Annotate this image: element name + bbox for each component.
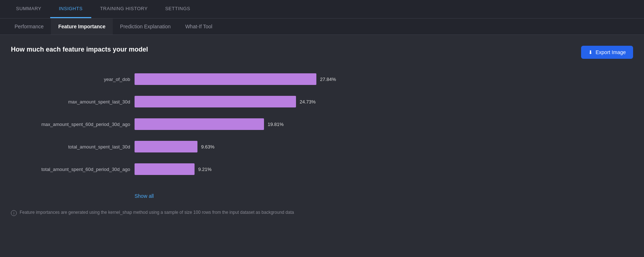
- bar-row: total_amount_spent_60d_period_30d_ago9.2…: [11, 163, 338, 175]
- bar-label-4: total_amount_spent_60d_period_30d_ago: [11, 167, 135, 172]
- bar-row: total_amount_spent_last_30d9.63%: [11, 141, 338, 152]
- sub-nav-tab-feature-importance[interactable]: Feature Importance: [51, 19, 113, 34]
- bar-label-0: year_of_dob: [11, 77, 135, 82]
- bar-track-0: 27.84%: [135, 73, 338, 85]
- main-content: How much each feature impacts your model…: [0, 35, 644, 223]
- sub-nav: PerformanceFeature ImportancePrediction …: [0, 19, 644, 35]
- bar-fill-0: [135, 73, 316, 85]
- bar-value-4: 9.21%: [198, 167, 212, 172]
- bar-label-3: total_amount_spent_last_30d: [11, 144, 135, 150]
- bar-row: max_amount_spent_60d_period_30d_ago19.81…: [11, 118, 338, 130]
- sub-nav-tab-performance[interactable]: Performance: [7, 19, 51, 34]
- bar-value-2: 19.81%: [268, 122, 284, 127]
- section-header: How much each feature impacts your model…: [11, 46, 633, 59]
- top-nav-tab-insights[interactable]: INSIGHTS: [50, 0, 91, 18]
- footnote: i Feature importances are generated usin…: [11, 210, 633, 216]
- bar-value-1: 24.73%: [300, 99, 316, 105]
- bar-track-2: 19.81%: [135, 118, 338, 130]
- section-title: How much each feature impacts your model: [11, 46, 148, 53]
- show-all-link[interactable]: Show all: [135, 193, 154, 199]
- chart-container: year_of_dob27.84%max_amount_spent_last_3…: [11, 70, 338, 189]
- bar-fill-3: [135, 141, 197, 152]
- top-nav-tab-settings[interactable]: SETTINGS: [156, 0, 199, 18]
- top-nav: SUMMARYINSIGHTSTRAINING HISTORYSETTINGS: [0, 0, 644, 19]
- bar-row: year_of_dob27.84%: [11, 73, 338, 85]
- export-image-button[interactable]: ⬇ Export Image: [581, 46, 633, 59]
- top-nav-tab-summary[interactable]: SUMMARY: [7, 0, 50, 18]
- bar-label-2: max_amount_spent_60d_period_30d_ago: [11, 122, 135, 127]
- bar-fill-1: [135, 96, 296, 107]
- sub-nav-tab-what-if-tool[interactable]: What-If Tool: [178, 19, 219, 34]
- bar-value-3: 9.63%: [201, 144, 215, 150]
- bar-row: max_amount_spent_last_30d24.73%: [11, 96, 338, 107]
- bar-fill-2: [135, 118, 264, 130]
- top-nav-tab-training-history[interactable]: TRAINING HISTORY: [91, 0, 156, 18]
- footnote-text: Feature importances are generated using …: [20, 210, 294, 215]
- bar-fill-4: [135, 163, 195, 175]
- info-icon: i: [11, 210, 17, 216]
- export-icon: ⬇: [588, 49, 593, 55]
- export-button-label: Export Image: [596, 49, 626, 55]
- sub-nav-tab-prediction-explanation[interactable]: Prediction Explanation: [113, 19, 178, 34]
- bar-label-1: max_amount_spent_last_30d: [11, 99, 135, 105]
- bar-track-4: 9.21%: [135, 163, 338, 175]
- bar-value-0: 27.84%: [320, 77, 336, 82]
- bar-track-1: 24.73%: [135, 96, 338, 107]
- bar-track-3: 9.63%: [135, 141, 338, 152]
